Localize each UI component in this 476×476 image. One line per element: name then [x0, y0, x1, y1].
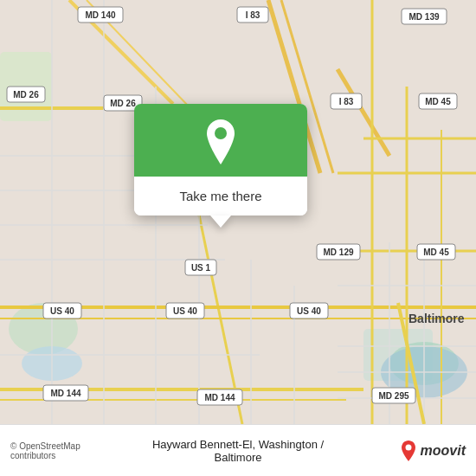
svg-text:Baltimore: Baltimore	[408, 312, 465, 325]
moovit-logo: moovit	[356, 441, 466, 461]
svg-text:US 40: US 40	[50, 306, 74, 316]
svg-text:MD 45: MD 45	[425, 97, 451, 106]
osm-credit: © OpenStreetMap contributors	[10, 441, 121, 460]
svg-point-76	[405, 444, 411, 450]
svg-text:MD 45: MD 45	[423, 248, 449, 257]
moovit-text: moovit	[421, 443, 466, 459]
moovit-pin-icon	[400, 441, 417, 461]
popup-icon-area	[134, 104, 307, 177]
svg-text:MD 26: MD 26	[13, 90, 39, 100]
location-popup: Take me there	[134, 104, 307, 215]
svg-text:MD 295: MD 295	[378, 391, 408, 401]
location-pin-icon	[202, 119, 240, 164]
svg-text:I 83: I 83	[339, 97, 354, 106]
take-me-there-button[interactable]: Take me there	[134, 177, 307, 215]
location-label: Hayward Bennett-El, Washington / Baltimo…	[128, 438, 349, 464]
svg-point-75	[215, 127, 227, 139]
svg-text:US 1: US 1	[191, 263, 211, 273]
svg-text:US 40: US 40	[173, 306, 197, 316]
svg-text:MD 139: MD 139	[408, 12, 439, 22]
svg-text:MD 26: MD 26	[110, 99, 136, 108]
svg-text:MD 144: MD 144	[204, 393, 235, 402]
svg-text:MD 144: MD 144	[50, 389, 80, 398]
svg-text:US 40: US 40	[297, 306, 321, 316]
svg-text:MD 129: MD 129	[323, 248, 353, 257]
svg-text:I 83: I 83	[246, 10, 261, 20]
svg-text:MD 140: MD 140	[85, 10, 115, 20]
bottom-bar: © OpenStreetMap contributors Hayward Ben…	[0, 424, 476, 476]
map-container: MD 140 I 83 MD 139 MD 26 MD 26 I 83 MD 4…	[0, 0, 476, 424]
